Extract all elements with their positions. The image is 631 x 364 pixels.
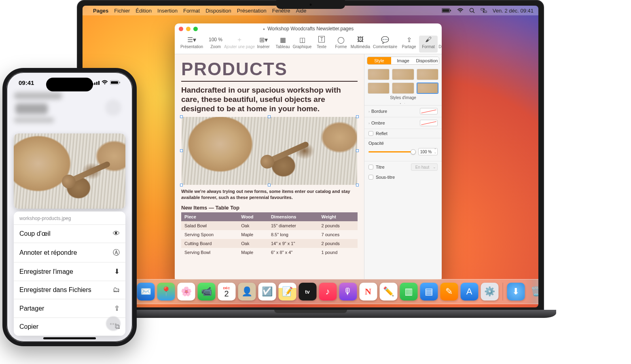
doc-body[interactable]: While we're always trying out new forms,… <box>181 188 358 201</box>
border-row[interactable]: ›Bordure <box>364 105 442 117</box>
svg-point-8 <box>483 11 484 13</box>
comment-button[interactable]: 💬Commentaire <box>371 36 399 53</box>
border-swatch[interactable] <box>420 108 438 114</box>
menu-annotate[interactable]: Annoter et répondreⒶ <box>14 243 125 262</box>
title-position-select[interactable]: En haut <box>411 163 438 171</box>
text-button[interactable]: 🅃Texte <box>312 36 331 53</box>
titlebar: Workshop Woodcrafts Newsletter.pages <box>175 23 442 34</box>
app-menu[interactable]: Pages <box>93 8 108 14</box>
dock-trash-icon[interactable]: 🗑️ <box>527 283 538 301</box>
tab-arrange[interactable]: Disposition <box>415 57 439 64</box>
tab-style[interactable]: Style <box>367 57 391 64</box>
dock-podcasts-icon[interactable]: 🎙 <box>339 283 357 301</box>
menu-insert[interactable]: Insertion <box>157 8 178 14</box>
insert-button[interactable]: ⊞▾Insérer <box>254 36 273 53</box>
dock-maps-icon[interactable]: 📍 <box>157 283 175 301</box>
wifi-icon <box>102 79 108 86</box>
image-style-thumb[interactable] <box>368 83 390 94</box>
subtitle-checkbox[interactable] <box>368 175 373 180</box>
image-style-thumb[interactable] <box>368 69 390 80</box>
tab-image[interactable]: Image <box>391 57 415 64</box>
dock-mail-icon[interactable]: ✉️ <box>137 283 155 301</box>
doc-table[interactable]: Piece Wood Dimensions Weight Salad BowlO… <box>181 212 358 257</box>
menu-save-files[interactable]: Enregistrer dans Fichiers🗂 <box>14 281 125 299</box>
dock-downloads-icon[interactable]: ⬇︎ <box>507 283 525 301</box>
inspector-tabs[interactable]: Style Image Disposition <box>367 57 439 65</box>
document-canvas[interactable]: PRODUCTS Handcrafted in our spacious wor… <box>175 54 364 281</box>
share-button[interactable]: ⇪Partage <box>400 36 418 53</box>
opacity-slider[interactable] <box>368 151 416 152</box>
table-button[interactable]: ▦Tableau <box>273 36 292 53</box>
reflect-label: Reflet <box>376 131 387 136</box>
format-button[interactable]: 🖌Format <box>419 36 438 53</box>
title-checkbox[interactable] <box>368 165 373 169</box>
folder-icon: 🗂 <box>113 286 120 294</box>
dock-facetime-icon[interactable]: 📹 <box>197 283 215 301</box>
menu-format[interactable]: Format <box>183 8 200 14</box>
dock-reminders-icon[interactable]: ☑️ <box>258 283 276 301</box>
image-style-thumb-selected[interactable] <box>417 83 438 94</box>
macbook-device: Pages Fichier Édition Insertion Format D… <box>77 0 544 313</box>
reflect-checkbox[interactable] <box>368 131 373 136</box>
media-button[interactable]: 🖼Multimédia <box>351 36 370 53</box>
svg-rect-14 <box>111 81 118 84</box>
toolbar: ☰▾Présentation 100 %Zoom ＋Ajouter une pa… <box>175 34 442 54</box>
wifi-icon[interactable] <box>457 8 464 13</box>
shape-button[interactable]: ◯Forme <box>332 36 350 53</box>
iphone-time: 09:41 <box>19 79 34 86</box>
menu-quicklook[interactable]: Coup d'œil👁 <box>14 224 125 243</box>
menu-edit[interactable]: Édition <box>136 8 152 14</box>
shadow-swatch[interactable] <box>420 120 438 126</box>
share-icon: ⇪ <box>114 304 120 313</box>
dock-appstore-icon[interactable]: A <box>460 283 478 301</box>
battery-icon <box>110 79 121 86</box>
menu-file[interactable]: Fichier <box>114 8 130 14</box>
table-row: Cutting BoardOak14" x 9" x 1"2 pounds <box>181 239 358 248</box>
chart-button[interactable]: ◫Graphique <box>293 36 311 53</box>
dock-tv-icon[interactable]: tv <box>299 283 316 301</box>
menubar-datetime[interactable]: Ven. 2 déc. 09:41 <box>493 8 534 14</box>
menu-save-image[interactable]: Enregistrer l'image⬇︎ <box>14 262 125 281</box>
dock-keynote-icon[interactable]: ▤ <box>420 283 438 301</box>
eye-icon: 👁 <box>113 230 120 238</box>
table-row: Salad BowlOak15" diameter2 pounds <box>181 221 358 230</box>
image-style-thumb[interactable] <box>392 83 414 94</box>
view-button[interactable]: ☰▾Présentation <box>178 36 205 53</box>
spotlight-icon[interactable] <box>469 8 475 13</box>
image-style-thumb[interactable] <box>392 69 414 80</box>
doc-image-selected[interactable] <box>181 116 358 185</box>
dock-calendar-icon[interactable]: DÉC2 <box>218 283 235 301</box>
dock-news-icon[interactable]: N <box>359 283 377 301</box>
dock-pages-icon[interactable]: ✎ <box>440 283 458 301</box>
airdrop-preview-image[interactable] <box>14 133 125 209</box>
dock-contacts-icon[interactable]: 👤 <box>238 283 256 301</box>
dock-settings-icon[interactable]: ⚙️ <box>481 283 498 301</box>
zoom-dropdown[interactable]: 100 %Zoom <box>206 36 225 53</box>
menu-share[interactable]: Partager⇪ <box>14 299 125 317</box>
document-button[interactable]: 📄Document <box>438 36 442 53</box>
dock-music-icon[interactable]: ♪ <box>319 283 337 301</box>
shadow-row[interactable]: ›Ombre <box>364 117 442 129</box>
image-style-thumb[interactable] <box>417 69 438 80</box>
doc-table-title[interactable]: New Items — Table Top <box>181 205 358 211</box>
opacity-value[interactable]: 100 % <box>418 148 438 155</box>
dock-photos-icon[interactable]: 🌸 <box>177 283 195 301</box>
doc-heading[interactable]: PRODUCTS <box>181 59 358 82</box>
control-center-icon[interactable] <box>481 8 487 13</box>
iphone-device: 09:41 workshop-products.jpeg Coup d'œil👁… <box>2 68 137 346</box>
menu-arrange[interactable]: Disposition <box>205 8 231 14</box>
doc-lead[interactable]: Handcrafted in our spacious workshop wit… <box>181 86 358 113</box>
menu-view[interactable]: Présentation <box>237 8 267 14</box>
battery-icon[interactable] <box>442 8 451 13</box>
pages-window: Workshop Woodcrafts Newsletter.pages ☰▾P… <box>175 23 442 281</box>
add-page-button[interactable]: ＋Ajouter une page <box>226 36 253 53</box>
dock-numbers-icon[interactable]: ▥ <box>400 283 417 301</box>
svg-line-4 <box>473 12 474 13</box>
svg-rect-10 <box>94 83 95 85</box>
window-title: Workshop Woodcrafts Newsletter.pages <box>175 26 442 32</box>
svg-point-3 <box>470 8 473 12</box>
dock-notes-icon[interactable]: 📝 <box>278 283 296 301</box>
airdrop-filename: workshop-products.jpeg <box>14 212 125 224</box>
dock-freeform-icon[interactable]: ✏️ <box>379 283 397 301</box>
home-indicator[interactable] <box>43 337 96 339</box>
